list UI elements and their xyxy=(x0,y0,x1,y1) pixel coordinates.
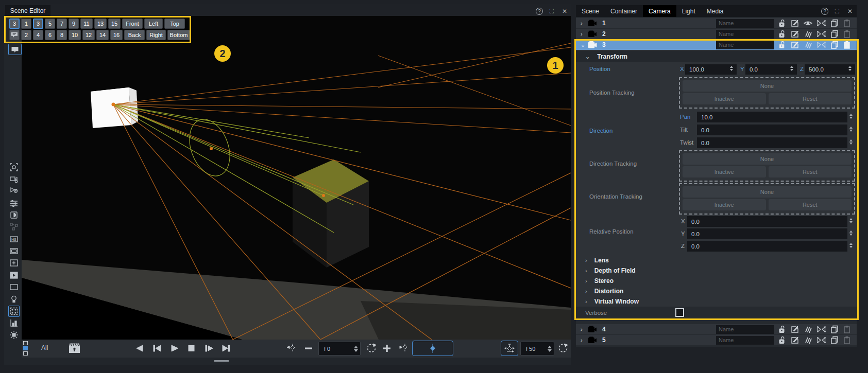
view-button-cam7[interactable]: 7 xyxy=(57,19,67,29)
increment-button[interactable] xyxy=(383,345,390,352)
camera-row-4[interactable]: › 4 xyxy=(576,324,857,334)
relative-y-field[interactable]: 0.0 xyxy=(687,228,847,239)
view-button-right[interactable]: Right xyxy=(146,30,166,40)
view-button-cam3[interactable]: 3 xyxy=(33,19,43,29)
relative-z-stepper[interactable] xyxy=(849,243,853,248)
reset-loop-button[interactable] xyxy=(557,343,569,353)
tracking-none-button[interactable]: None xyxy=(683,186,852,198)
paste-icon[interactable] xyxy=(843,30,850,38)
chevron-right-icon[interactable]: › xyxy=(581,326,588,332)
skip-start-button[interactable] xyxy=(152,345,162,352)
view-button-cam13[interactable]: 13 xyxy=(94,19,107,29)
fullscreen-icon[interactable]: ⛶ xyxy=(833,7,841,15)
view-button-bottom[interactable]: Bottom xyxy=(167,30,190,40)
camera-name-input[interactable] xyxy=(716,30,774,39)
stop-button[interactable] xyxy=(188,345,196,352)
frustum-icon[interactable] xyxy=(817,325,826,333)
current-keyframe-button[interactable] xyxy=(412,341,453,356)
tab-media[interactable]: Media xyxy=(701,5,729,17)
frame-start-field[interactable]: f 0 xyxy=(318,342,361,356)
position-x-field[interactable]: 100.0 xyxy=(685,64,737,75)
skip-end-button[interactable] xyxy=(222,345,231,352)
tracking-inactive-button[interactable]: Inactive xyxy=(683,93,766,104)
lock-icon[interactable] xyxy=(778,41,786,49)
edit-icon[interactable] xyxy=(791,30,799,38)
copy-icon[interactable] xyxy=(830,30,839,38)
tilt-field[interactable]: 0.0 xyxy=(697,125,847,135)
view-button-cam11[interactable]: 11 xyxy=(80,19,93,29)
prev-keyframe-button[interactable] xyxy=(286,344,297,353)
layer-settings-tool[interactable] xyxy=(8,198,20,209)
camera-focus-tool[interactable] xyxy=(8,162,20,173)
frame-end-stepper[interactable] xyxy=(548,346,552,352)
render-tool[interactable] xyxy=(8,329,20,341)
tab-container[interactable]: Container xyxy=(605,5,643,17)
contrast-tool[interactable] xyxy=(8,209,20,221)
section-stereo[interactable]: ›Stereo xyxy=(576,276,857,286)
view-button-cam9[interactable]: 9 xyxy=(69,19,79,29)
view-button-cam8[interactable]: 8 xyxy=(57,30,67,40)
pan-stepper[interactable] xyxy=(849,114,853,119)
splitter-handle[interactable] xyxy=(214,360,229,362)
playback-screen-tool[interactable] xyxy=(8,270,20,281)
view-button-cam5[interactable]: 5 xyxy=(45,19,55,29)
viewport-3d[interactable] xyxy=(22,16,571,340)
paste-icon[interactable] xyxy=(843,325,850,333)
camera-row-5[interactable]: › 5 xyxy=(576,335,857,345)
copy-icon[interactable] xyxy=(830,336,839,344)
chevron-right-icon[interactable]: › xyxy=(581,337,588,343)
position-x-stepper[interactable] xyxy=(730,66,733,71)
relative-z-field[interactable]: 0.0 xyxy=(687,241,847,252)
help-icon[interactable]: ? xyxy=(536,8,543,15)
view-button-top[interactable]: Top xyxy=(164,19,185,29)
view-button-cam4[interactable]: 4 xyxy=(33,30,43,40)
all-button[interactable]: All xyxy=(41,344,48,351)
camera-row-1[interactable]: › 1 xyxy=(576,18,857,28)
add-screen-tool[interactable] xyxy=(8,257,20,269)
stats-chart-tool[interactable] xyxy=(8,317,20,329)
camera-name-input[interactable] xyxy=(716,41,774,49)
tab-camera[interactable]: Camera xyxy=(643,5,676,17)
record-lock-button[interactable] xyxy=(68,342,81,354)
twist-field[interactable]: 0.0 xyxy=(697,137,847,148)
section-depth-of-field[interactable]: ›Depth of Field xyxy=(576,265,857,276)
camera-name-input[interactable] xyxy=(716,336,774,345)
view-button-cam16[interactable]: 16 xyxy=(110,30,123,40)
tilt-stepper[interactable] xyxy=(849,127,853,132)
section-virtual-window[interactable]: ›Virtual Window xyxy=(576,296,857,307)
tab-light[interactable]: Light xyxy=(676,5,701,17)
twist-stepper[interactable] xyxy=(849,139,853,145)
region-tool[interactable] xyxy=(8,281,20,293)
view-button-cam15[interactable]: 15 xyxy=(108,19,121,29)
view-button-front[interactable]: Front xyxy=(122,19,143,29)
grid-select-tool[interactable] xyxy=(8,306,20,317)
position-y-stepper[interactable] xyxy=(790,66,793,71)
lock-icon[interactable] xyxy=(778,336,786,344)
fullscreen-icon[interactable]: ⛶ xyxy=(548,7,556,15)
camera-view-tool[interactable] xyxy=(8,173,20,185)
frustum-icon[interactable] xyxy=(817,19,826,27)
node-graph-tool[interactable] xyxy=(8,221,20,233)
view-button-cam10[interactable]: 10 xyxy=(69,30,81,40)
tracking-none-button[interactable]: None xyxy=(683,153,852,165)
scene-editor-tab[interactable]: Scene Editor xyxy=(5,5,50,16)
camera-name-input[interactable] xyxy=(716,19,774,28)
tracking-inactive-button[interactable]: Inactive xyxy=(683,166,766,177)
chevron-right-icon[interactable]: › xyxy=(581,20,588,26)
edit-icon[interactable] xyxy=(791,325,799,333)
hidden-eye-icon[interactable] xyxy=(804,30,812,38)
close-icon[interactable]: ✕ xyxy=(846,7,854,15)
hidden-eye-icon[interactable] xyxy=(804,41,812,49)
lock-icon[interactable] xyxy=(778,19,786,27)
step-forward-button[interactable] xyxy=(205,345,214,352)
camera-row-3-selected[interactable]: ⌄ 3 xyxy=(576,40,857,50)
chevron-down-icon[interactable]: ⌄ xyxy=(581,42,588,48)
copy-icon[interactable] xyxy=(830,325,839,333)
view-button-cam14[interactable]: 14 xyxy=(96,30,109,40)
close-icon[interactable]: ✕ xyxy=(560,7,569,15)
edit-icon[interactable] xyxy=(791,19,799,27)
view-button-cam1[interactable]: 1 xyxy=(21,19,31,29)
tracking-inactive-button[interactable]: Inactive xyxy=(683,199,766,210)
hidden-eye-icon[interactable] xyxy=(804,325,812,333)
frustum-icon[interactable] xyxy=(817,30,826,38)
